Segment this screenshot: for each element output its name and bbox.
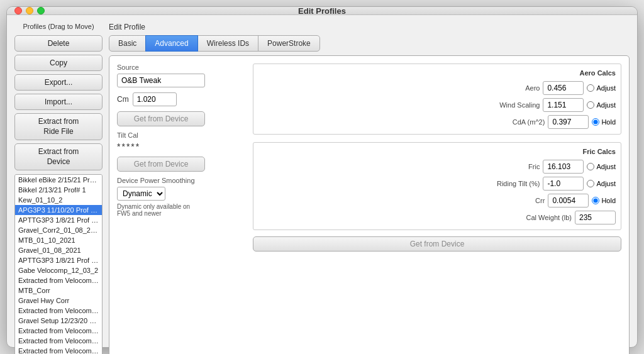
wind-scaling-input[interactable] — [543, 98, 584, 112]
tab-content-advanced: Source Cm Get from Device Tilt Cal * — [109, 55, 630, 354]
cda-radio-group: Hold — [592, 118, 616, 126]
profile-list-item[interactable]: Extracted from Velocomp_12_03_2 — [15, 275, 102, 285]
profile-list-item[interactable]: Bikkel 2/13/21 Prof# 1 — [15, 185, 102, 195]
edit-profile-label: Edit Profile — [109, 23, 630, 31]
export-button[interactable]: Export... — [14, 74, 103, 91]
profile-list-item[interactable]: Gravel Setup 12/23/20 Prof# 1, Twe — [15, 316, 102, 326]
maximize-button[interactable] — [37, 7, 45, 14]
tilt-cal-value: ***** — [117, 141, 243, 152]
riding-tilt-label: Riding Tilt (%) — [497, 180, 540, 187]
get-from-device-3-btn[interactable]: Get from Device — [253, 236, 621, 252]
profile-list-item[interactable]: Gravel Hwy Corr — [15, 296, 102, 306]
crr-radio-group: Hold — [592, 197, 616, 204]
fric-input[interactable] — [543, 160, 584, 174]
tabs: Basic Advanced Wireless IDs PowerStroke — [109, 35, 630, 52]
smoothing-select[interactable]: Dynamic — [117, 187, 165, 201]
profiles-list[interactable]: Bikkel eBike 2/15/21 Prof# 1Bikkel 2/13/… — [14, 174, 103, 354]
smoothing-select-wrap: Dynamic — [117, 187, 243, 201]
fric-calcs-title: Fric Calcs — [258, 148, 616, 155]
wind-scaling-row: Wind Scaling Adjust — [258, 98, 616, 112]
profile-list-item[interactable]: Gravel_Corr2_01_08_2021_0619_64... — [15, 225, 102, 235]
get-from-device-1-btn[interactable]: Get from Device — [117, 111, 243, 126]
aero-calcs-title: Aero Calcs — [258, 69, 616, 77]
tab-wireless-ids[interactable]: Wireless IDs — [197, 35, 258, 52]
main-content: Profiles (Drag to Move) Delete Copy Expo… — [7, 15, 637, 354]
tab-basic[interactable]: Basic — [109, 35, 146, 52]
profile-list-item[interactable]: Extracted from Velocomp_11_26_202 — [15, 306, 102, 316]
cda-row: CdA (m^2) Hold — [258, 115, 616, 129]
riding-tilt-row: Riding Tilt (%) Adjust — [258, 177, 616, 191]
profile-list-item[interactable]: Kew_01_10_2 — [15, 195, 102, 205]
fric-calcs-section: Fric Calcs Fric Adjust Riding Tilt (%) — [253, 142, 621, 230]
aero-input[interactable] — [543, 81, 584, 95]
profile-list-item[interactable]: MTB_01_10_2021 — [15, 235, 102, 245]
minimize-button[interactable] — [26, 7, 33, 14]
profile-list-item[interactable]: Bikkel eBike 2/15/21 Prof# 1 — [15, 175, 102, 185]
window-title: Edit Profiles — [298, 6, 346, 16]
wind-adjust-radio[interactable] — [587, 101, 594, 109]
profile-list-item[interactable]: APG3P3 11/10/20 Prof #3, Tweaked — [15, 205, 102, 215]
riding-adjust-radio[interactable] — [587, 180, 594, 187]
profile-list-item[interactable]: Gravel_01_08_2021 — [15, 245, 102, 255]
cal-weight-row: Cal Weight (lb) — [258, 211, 616, 224]
fric-row: Fric Adjust — [258, 160, 616, 174]
aero-calcs-section: Aero Calcs Aero Adjust Wind Scaling — [253, 64, 621, 135]
profile-list-item[interactable]: APTTG3P3 1/8/21 Prof #3 — [15, 255, 102, 265]
aero-radio-group: Adjust — [587, 84, 616, 92]
crr-label: Crr — [535, 197, 545, 204]
riding-tilt-input[interactable] — [543, 177, 584, 191]
aero-adjust-radio[interactable] — [587, 84, 594, 92]
cda-label: CdA (m^2) — [513, 118, 545, 126]
extract-device-button[interactable]: Extract fromDevice — [14, 143, 103, 170]
device-smoothing-section: Device Power Smoothing Dynamic Dynamic o… — [117, 177, 243, 217]
aero-label: Aero — [525, 84, 540, 92]
left-col: Source Cm Get from Device Tilt Cal * — [117, 64, 243, 252]
cm-row: Cm — [117, 92, 243, 106]
right-col: Aero Calcs Aero Adjust Wind Scaling — [253, 64, 621, 252]
source-section: Source — [117, 64, 243, 87]
aero-row: Aero Adjust — [258, 81, 616, 95]
profile-list-item[interactable]: Gabe Velocomp_12_03_2 — [15, 265, 102, 275]
left-panel: Profiles (Drag to Move) Delete Copy Expo… — [14, 23, 103, 354]
profile-list-item[interactable]: Extracted from Velocomp_12_26_202 — [15, 326, 102, 336]
dynamic-note: Dynamic only available on FW5 and newer — [117, 203, 205, 217]
copy-button[interactable]: Copy — [14, 55, 103, 71]
tab-powerstroke[interactable]: PowerStroke — [258, 35, 320, 52]
fric-adjust-radio[interactable] — [587, 163, 594, 170]
profile-list-item[interactable]: Extracted from Velocomp_12_26_202 — [15, 336, 102, 346]
fric-radio-group: Adjust — [587, 163, 616, 170]
import-button[interactable]: Import... — [14, 94, 103, 110]
traffic-lights — [14, 7, 45, 14]
riding-tilt-radio-group: Adjust — [587, 180, 616, 187]
source-input[interactable] — [117, 74, 205, 87]
source-label: Source — [117, 64, 243, 71]
crr-hold-radio[interactable] — [592, 197, 599, 204]
main-window: Edit Profiles Profiles (Drag to Move) De… — [6, 6, 638, 348]
left-buttons: Delete Copy Export... Import... Extract … — [14, 35, 103, 170]
tilt-section: Tilt Cal ***** — [117, 131, 243, 152]
close-button[interactable] — [14, 7, 22, 14]
profile-list-item[interactable]: APTTG3P3 1/8/21 Prof #3, Tweaked — [15, 215, 102, 225]
delete-button[interactable]: Delete — [14, 35, 103, 52]
crr-input[interactable] — [548, 194, 589, 207]
tab-advanced[interactable]: Advanced — [145, 35, 197, 52]
cm-input[interactable] — [133, 92, 177, 106]
wind-scaling-radio-group: Adjust — [587, 101, 616, 109]
cal-weight-label: Cal Weight (lb) — [526, 214, 572, 221]
tab-inner: Source Cm Get from Device Tilt Cal * — [117, 64, 621, 252]
cm-label: Cm — [117, 95, 129, 104]
get-from-device-2-btn[interactable]: Get from Device — [117, 157, 243, 172]
wind-scaling-label: Wind Scaling — [499, 101, 540, 109]
profile-list-item[interactable]: MTB_Corr — [15, 285, 102, 296]
profiles-label: Profiles (Drag to Move) — [14, 23, 103, 30]
title-bar: Edit Profiles — [7, 7, 637, 15]
profile-list-item[interactable]: Extracted from Velocomp_12_26_202 — [15, 346, 102, 354]
crr-row: Crr Hold — [258, 194, 616, 207]
smoothing-label: Device Power Smoothing — [117, 177, 243, 184]
right-panel: Edit Profile Basic Advanced Wireless IDs… — [109, 23, 630, 354]
extract-ride-button[interactable]: Extract fromRide File — [14, 113, 103, 140]
cda-input[interactable] — [548, 115, 589, 129]
cda-hold-radio[interactable] — [592, 118, 599, 126]
fric-label: Fric — [528, 163, 540, 170]
cal-weight-input[interactable] — [575, 211, 616, 224]
